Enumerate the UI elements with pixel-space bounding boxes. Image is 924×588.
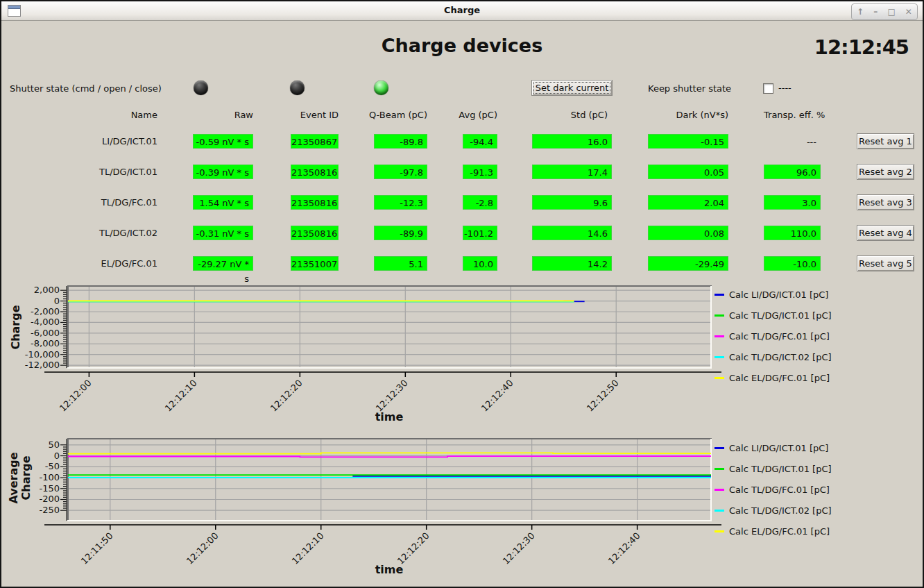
transp-value: -10.0	[764, 256, 821, 271]
legend-color-dash	[715, 356, 724, 358]
legend-entry: Calc EL/DG/FC.01 [pC]	[715, 367, 923, 388]
raw-value: 1.54 nV * s	[193, 195, 253, 210]
legend-label: Calc TL/DG/ICT.02 [pC]	[729, 352, 832, 362]
device-name: LI/DG/ICT.01	[28, 134, 157, 149]
clock: 12:12:45	[814, 35, 909, 59]
reset-avg-button[interactable]: Reset avg 2	[857, 164, 914, 180]
event-id-value: 21350867	[291, 134, 339, 149]
legend-label: Calc TL/DG/ICT.01 [pC]	[729, 310, 832, 321]
qbeam-value: 5.1	[374, 256, 427, 271]
col-header-qbeam: Q-Beam (pC)	[361, 110, 427, 120]
std-value: 16.0	[532, 134, 612, 149]
dark-value: 0.05	[648, 165, 728, 179]
x-axis-label: time	[0, 563, 778, 576]
col-header-name: Name	[28, 110, 157, 120]
keep-shutter-state-checkbox[interactable]	[763, 83, 773, 94]
std-value: 9.6	[532, 195, 612, 210]
legend-color-dash	[715, 314, 724, 317]
legend-entry: Calc TL/DG/ICT.01 [pC]	[715, 458, 923, 479]
device-name: EL/DG/FC.01	[28, 256, 157, 271]
legend-color-dash	[715, 510, 724, 512]
table-row: LI/DG/ICT.01 -0.59 nV * s 21350867 -89.8…	[0, 134, 924, 150]
dark-value: -0.15	[648, 134, 728, 149]
window-title: Charge	[1, 5, 923, 15]
device-name: TL/DG/FC.01	[28, 195, 157, 210]
col-header-std: Std (pC)	[511, 110, 608, 120]
raw-value: -0.59 nV * s	[193, 134, 253, 149]
legend-entry: Calc TL/DG/FC.01 [pC]	[715, 479, 923, 500]
legend-entry: Calc TL/DG/ICT.01 [pC]	[715, 305, 923, 326]
raw-value: -0.31 nV * s	[193, 226, 253, 240]
keep-shutter-state-label: Keep shutter state	[648, 83, 731, 94]
legend-color-dash	[715, 377, 724, 379]
table-row: TL/DG/ICT.01 -0.39 nV * s 21350816 -97.8…	[0, 165, 924, 180]
col-header-transp: Transp. eff. %	[764, 110, 840, 120]
std-value: 14.2	[532, 256, 612, 271]
shutter-state-label: Shutter state (cmd / open / close)	[10, 83, 162, 94]
event-id-value: 21350816	[291, 226, 339, 240]
page-title: Charge devices	[0, 35, 924, 56]
shutter-led-close	[374, 81, 388, 95]
legend-label: Calc TL/DG/ICT.02 [pC]	[729, 505, 832, 516]
reset-avg-button[interactable]: Reset avg 4	[857, 225, 914, 241]
keep-shutter-state-value: ----	[778, 83, 792, 93]
maximize-icon[interactable]: □	[887, 8, 895, 16]
qbeam-value: -89.9	[374, 226, 427, 240]
table-row: TL/DG/ICT.02 -0.31 nV * s 21350816 -89.9…	[0, 226, 924, 242]
legend-entry: Calc LI/DG/ICT.01 [pC]	[715, 284, 923, 305]
legend-label: Calc TL/DG/ICT.01 [pC]	[729, 464, 832, 474]
reset-avg-button[interactable]: Reset avg 1	[857, 133, 914, 149]
transp-value: 96.0	[764, 165, 821, 179]
charge-chart: Charge 2,0000-2,000-4,000-6,000-8,000-10…	[0, 281, 924, 435]
device-name: TL/DG/ICT.01	[28, 165, 157, 179]
col-header-avg: Avg (pC)	[444, 110, 497, 120]
legend-color-dash	[715, 294, 724, 296]
avg-value: 10.0	[463, 256, 497, 271]
shutter-led-cmd	[194, 81, 208, 95]
event-id-value: 21351007	[291, 256, 339, 271]
shutter-led-open	[290, 81, 305, 95]
shade-icon[interactable]: ↑	[857, 8, 864, 16]
std-value: 14.6	[532, 226, 612, 240]
qbeam-value: -97.8	[374, 165, 427, 179]
legend-label: Calc LI/DG/ICT.01 [pC]	[729, 289, 828, 300]
event-id-value: 21350816	[291, 195, 339, 210]
reset-avg-button[interactable]: Reset avg 5	[857, 255, 914, 271]
transp-value: 110.0	[764, 226, 821, 240]
legend-entry: Calc TL/DG/ICT.02 [pC]	[715, 500, 923, 521]
qbeam-value: -12.3	[374, 195, 427, 210]
legend-color-dash	[715, 468, 724, 470]
raw-value: -0.39 nV * s	[193, 165, 253, 179]
set-dark-current-button[interactable]: Set dark current	[531, 80, 613, 96]
table-row: TL/DG/FC.01 1.54 nV * s 21350816 -12.3 -…	[0, 195, 924, 211]
close-icon[interactable]: ✕	[905, 8, 912, 16]
table-row: EL/DG/FC.01 -29.27 nV * s 21351007 5.1 1…	[0, 256, 924, 272]
std-value: 17.4	[532, 165, 612, 179]
col-header-dark: Dark (nV*s)	[631, 110, 728, 120]
dark-value: 0.08	[648, 226, 728, 240]
col-header-event: Event ID	[291, 110, 339, 120]
device-name: TL/DG/ICT.02	[28, 226, 157, 240]
avg-value: -101.2	[463, 226, 497, 240]
window-titlebar[interactable]: Charge ↑ – □ ✕	[1, 1, 923, 21]
legend-color-dash	[715, 489, 724, 491]
legend-label: Calc EL/DG/FC.01 [pC]	[729, 373, 830, 383]
average-charge-chart: Average Charge 500-50-100-150-200-25012:…	[0, 434, 924, 588]
legend-entry: Calc TL/DG/ICT.02 [pC]	[715, 346, 923, 367]
avg-value: -2.8	[463, 195, 497, 210]
avg-value: -91.3	[463, 165, 497, 179]
window-controls: ↑ – □ ✕	[851, 3, 918, 20]
minimize-icon[interactable]: –	[873, 8, 878, 16]
x-axis-label: time	[0, 410, 778, 423]
legend-label: Calc TL/DG/FC.01 [pC]	[729, 485, 830, 495]
legend-label: Calc EL/DG/FC.01 [pC]	[729, 526, 830, 537]
legend-entry: Calc LI/DG/ICT.01 [pC]	[715, 437, 923, 458]
legend-entry: Calc EL/DG/FC.01 [pC]	[715, 521, 923, 541]
legend-entry: Calc TL/DG/FC.01 [pC]	[715, 326, 923, 346]
transp-value: ---	[764, 134, 821, 149]
qbeam-value: -89.8	[374, 134, 427, 149]
chart-legend: Calc LI/DG/ICT.01 [pC]Calc TL/DG/ICT.01 …	[715, 284, 923, 388]
legend-color-dash	[715, 447, 724, 449]
reset-avg-button[interactable]: Reset avg 3	[857, 194, 914, 210]
col-header-raw: Raw	[193, 110, 253, 120]
